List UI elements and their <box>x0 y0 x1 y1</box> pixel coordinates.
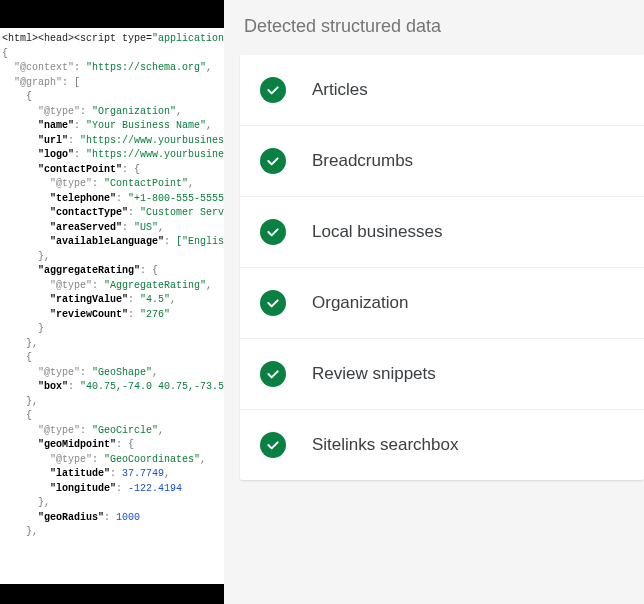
redaction-bar-top <box>0 0 224 28</box>
result-label: Review snippets <box>312 364 436 384</box>
result-row-breadcrumbs[interactable]: Breadcrumbs <box>240 126 644 197</box>
result-row-sitelinks-searchbox[interactable]: Sitelinks searchbox <box>240 410 644 480</box>
code-pane: <html><head><script type="application { … <box>0 0 224 604</box>
result-row-local-businesses[interactable]: Local businesses <box>240 197 644 268</box>
check-icon <box>260 290 286 316</box>
result-label: Organization <box>312 293 408 313</box>
result-label: Breadcrumbs <box>312 151 413 171</box>
result-label: Sitelinks searchbox <box>312 435 458 455</box>
result-label: Articles <box>312 80 368 100</box>
code-token: <html><head><script type= <box>2 33 152 44</box>
results-card: Articles Breadcrumbs Local businesses Or… <box>240 55 644 480</box>
code-token: "application <box>152 33 224 44</box>
check-icon <box>260 361 286 387</box>
redaction-bar-bottom <box>0 584 224 604</box>
result-row-review-snippets[interactable]: Review snippets <box>240 339 644 410</box>
results-pane: Detected structured data Articles Breadc… <box>224 0 644 604</box>
check-icon <box>260 432 286 458</box>
result-row-organization[interactable]: Organization <box>240 268 644 339</box>
check-icon <box>260 77 286 103</box>
check-icon <box>260 219 286 245</box>
result-label: Local businesses <box>312 222 442 242</box>
result-row-articles[interactable]: Articles <box>240 55 644 126</box>
code-body: <html><head><script type="application { … <box>2 32 224 540</box>
section-title: Detected structured data <box>240 16 644 37</box>
check-icon <box>260 148 286 174</box>
